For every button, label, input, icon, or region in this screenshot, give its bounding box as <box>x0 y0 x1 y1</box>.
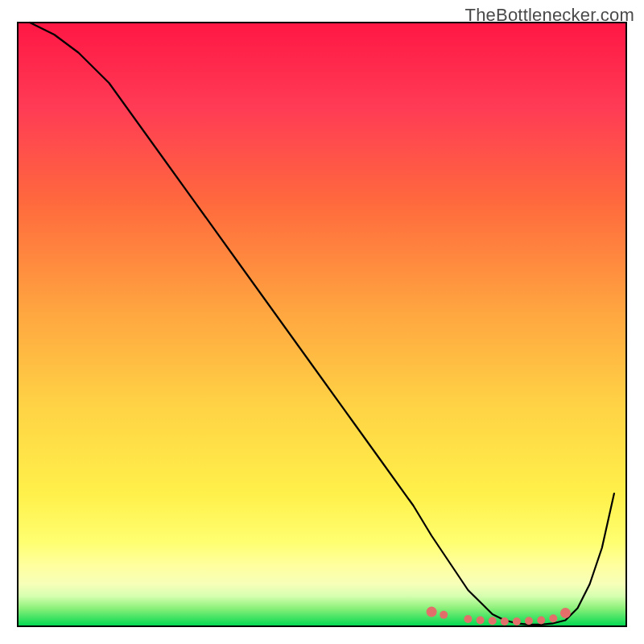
marker-dot <box>549 614 557 622</box>
marker-dot <box>525 617 533 625</box>
marker-dot <box>513 617 521 625</box>
marker-dot <box>427 607 437 617</box>
watermark-text: TheBottlenecker.com <box>465 5 634 26</box>
marker-dot <box>489 617 497 625</box>
chart-container: TheBottlenecker.com <box>0 0 644 644</box>
marker-dot <box>440 611 448 619</box>
chart-svg <box>0 0 644 644</box>
marker-dot <box>537 617 545 625</box>
marker-dot <box>501 617 509 625</box>
marker-dot <box>477 617 485 625</box>
marker-dot <box>464 615 472 623</box>
plot-background <box>18 23 626 626</box>
marker-dot <box>560 608 571 618</box>
